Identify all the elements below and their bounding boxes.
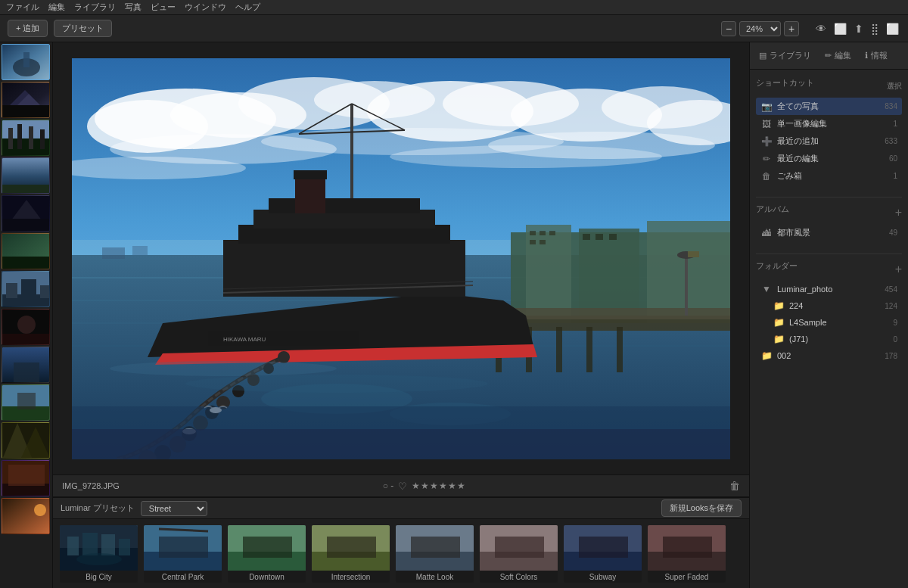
- trash-button[interactable]: 🗑: [729, 480, 740, 492]
- preset-name-subway: Subway: [564, 571, 642, 583]
- add-button[interactable]: + 追加: [8, 20, 48, 37]
- title-menu-library[interactable]: ライブラリ: [74, 2, 116, 13]
- svg-rect-11: [29, 126, 33, 149]
- svg-rect-76: [609, 234, 617, 240]
- rating-heart[interactable]: ♡: [398, 481, 407, 492]
- folder-002[interactable]: 📁 002 178: [756, 347, 902, 364]
- subfolder-icon-224: 📁: [773, 300, 785, 311]
- eye-icon[interactable]: 👁: [814, 21, 828, 36]
- grid-icon[interactable]: ⣿: [869, 21, 880, 36]
- folder-luminar-photo[interactable]: ▼ Luminar_photo 454: [756, 281, 902, 297]
- preset-thumb-mattelook: [396, 525, 474, 571]
- shortcut-recent-add[interactable]: ➕ 最近の追加 633: [756, 132, 902, 150]
- svg-rect-81: [556, 327, 562, 372]
- crop-icon[interactable]: ⬜: [832, 21, 848, 36]
- folder-l4sample[interactable]: 📁 L4Sample 9: [756, 314, 902, 331]
- shortcut-all-photos[interactable]: 📷 全ての写真 834: [756, 98, 902, 115]
- filmstrip-thumb-1[interactable]: [2, 44, 50, 80]
- svg-rect-4: [2, 105, 50, 118]
- svg-rect-84: [685, 255, 688, 316]
- svg-rect-26: [2, 334, 50, 345]
- preset-item-mattelook[interactable]: Matte Look: [395, 524, 474, 583]
- presets-scroll[interactable]: Big City Central Park: [53, 519, 749, 588]
- preset-name-bigcity: Big City: [60, 571, 138, 583]
- tab-edit[interactable]: ✏ 編集: [819, 47, 857, 64]
- svg-rect-39: [2, 499, 50, 534]
- title-menu-edit[interactable]: 編集: [48, 2, 65, 13]
- right-panel: ▤ ライブラリ ✏ 編集 ℹ 情報 ショートカット 選択: [749, 42, 908, 588]
- title-menu-window[interactable]: ウインドウ: [185, 2, 226, 13]
- albums-add-button[interactable]: +: [895, 207, 902, 219]
- filmstrip-thumb-4[interactable]: [2, 157, 50, 194]
- preset-button[interactable]: プリセット: [54, 20, 112, 37]
- preset-item-bigcity[interactable]: Big City: [59, 524, 138, 583]
- main-image-container: HIKAWA MARU: [72, 58, 730, 459]
- filmstrip-thumb-2[interactable]: [2, 82, 50, 118]
- rating-stars[interactable]: ★★★★★★: [412, 481, 466, 491]
- svg-rect-73: [540, 240, 546, 244]
- title-menu-view[interactable]: ビュー: [151, 2, 176, 13]
- svg-rect-23: [21, 279, 36, 298]
- preset-item-downtown[interactable]: Downtown: [227, 524, 306, 583]
- svg-rect-24: [40, 285, 49, 298]
- filmstrip-thumb-7[interactable]: [2, 271, 50, 307]
- save-looks-button[interactable]: 新規Looksを保存: [661, 499, 742, 517]
- zoom-minus-button[interactable]: −: [721, 21, 736, 36]
- zoom-select[interactable]: 24% 50% 100%: [739, 21, 781, 36]
- shortcut-recent-edit[interactable]: ✏ 最近の編集 60: [756, 150, 902, 167]
- share-icon[interactable]: ⬆: [853, 21, 865, 36]
- folder-j71-count: 0: [893, 335, 897, 344]
- filmstrip-thumb-13[interactable]: [2, 498, 50, 534]
- filmstrip-thumb-6[interactable]: [2, 233, 50, 269]
- rating-flag[interactable]: ○ -: [383, 481, 394, 491]
- folder-luminar-count: 454: [885, 285, 897, 294]
- svg-rect-2: [23, 52, 30, 67]
- fullscreen-icon[interactable]: ⬜: [885, 21, 900, 36]
- shortcut-single-edit[interactable]: 🖼 単一画像編集 1: [756, 115, 902, 132]
- filmstrip-thumb-8[interactable]: [2, 309, 50, 345]
- preset-item-centralpark[interactable]: Central Park: [143, 524, 222, 583]
- preset-thumb-intersection: [312, 525, 390, 571]
- zoom-plus-button[interactable]: +: [784, 21, 799, 36]
- folder-j71[interactable]: 📁 (J71) 0: [756, 331, 902, 347]
- album-icon: 🏙: [760, 228, 773, 238]
- filmstrip-thumb-10[interactable]: [2, 384, 50, 421]
- preset-item-subway[interactable]: Subway: [563, 524, 642, 583]
- svg-rect-74: [583, 234, 590, 240]
- title-menu-help[interactable]: ヘルプ: [235, 2, 260, 13]
- filmstrip[interactable]: [0, 42, 53, 588]
- svg-rect-124: [67, 537, 79, 555]
- preset-item-intersection[interactable]: Intersection: [311, 524, 390, 583]
- svg-rect-147: [579, 537, 628, 558]
- tab-library[interactable]: ▤ ライブラリ: [753, 47, 817, 64]
- preset-item-softcolors[interactable]: Soft Colors: [479, 524, 558, 583]
- filmstrip-thumb-9[interactable]: [2, 347, 50, 383]
- filmstrip-thumb-5[interactable]: [2, 195, 50, 232]
- svg-point-55: [390, 145, 662, 168]
- filmstrip-thumb-12[interactable]: [2, 460, 50, 496]
- folder-224[interactable]: 📁 224 124: [756, 297, 902, 314]
- title-menu-photo[interactable]: 写真: [125, 2, 141, 13]
- svg-rect-32: [17, 393, 36, 409]
- svg-point-117: [185, 375, 488, 393]
- all-photos-label: 全ての写真: [777, 101, 880, 112]
- svg-rect-9: [8, 128, 13, 149]
- svg-rect-38: [8, 465, 45, 486]
- shortcut-trash[interactable]: 🗑 ごみ箱 1: [756, 167, 902, 185]
- folder-002-label: 002: [777, 351, 880, 360]
- preset-item-superfaded[interactable]: Super Faded: [647, 524, 726, 583]
- title-menu-file[interactable]: ファイル: [6, 2, 39, 13]
- svg-rect-75: [595, 234, 603, 240]
- svg-rect-150: [663, 537, 712, 558]
- svg-rect-10: [17, 124, 22, 149]
- filmstrip-thumb-11[interactable]: [2, 422, 50, 459]
- svg-point-103: [278, 351, 290, 363]
- folder-j71-label: (J71): [789, 334, 888, 344]
- tab-info[interactable]: ℹ 情報: [859, 47, 894, 64]
- album-city-landscape[interactable]: 🏙 都市風景 49: [756, 224, 902, 241]
- filmstrip-thumb-3[interactable]: [2, 120, 50, 156]
- preset-category-dropdown[interactable]: Street Landscape Portrait: [141, 501, 207, 516]
- folders-add-button[interactable]: +: [895, 263, 902, 275]
- folder-expand-icon: ▼: [760, 284, 773, 294]
- folder-224-label: 224: [789, 301, 880, 310]
